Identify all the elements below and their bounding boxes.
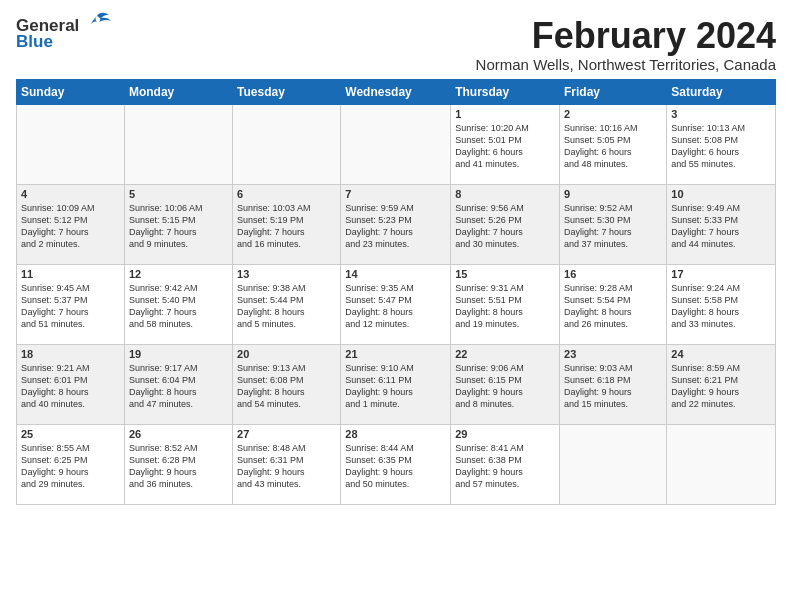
day-number: 24 (671, 348, 771, 360)
calendar-cell (560, 424, 667, 504)
day-number: 20 (237, 348, 336, 360)
calendar-week-row: 4Sunrise: 10:09 AM Sunset: 5:12 PM Dayli… (17, 184, 776, 264)
col-header-wednesday: Wednesday (341, 79, 451, 104)
calendar-cell: 18Sunrise: 9:21 AM Sunset: 6:01 PM Dayli… (17, 344, 125, 424)
day-number: 17 (671, 268, 771, 280)
day-number: 18 (21, 348, 120, 360)
calendar-table: SundayMondayTuesdayWednesdayThursdayFrid… (16, 79, 776, 505)
calendar-cell: 28Sunrise: 8:44 AM Sunset: 6:35 PM Dayli… (341, 424, 451, 504)
calendar-cell: 20Sunrise: 9:13 AM Sunset: 6:08 PM Dayli… (233, 344, 341, 424)
day-number: 28 (345, 428, 446, 440)
day-number: 23 (564, 348, 662, 360)
calendar-cell: 7Sunrise: 9:59 AM Sunset: 5:23 PM Daylig… (341, 184, 451, 264)
col-header-saturday: Saturday (667, 79, 776, 104)
day-number: 12 (129, 268, 228, 280)
calendar-cell: 19Sunrise: 9:17 AM Sunset: 6:04 PM Dayli… (124, 344, 232, 424)
col-header-monday: Monday (124, 79, 232, 104)
day-number: 5 (129, 188, 228, 200)
col-header-thursday: Thursday (451, 79, 560, 104)
calendar-cell: 9Sunrise: 9:52 AM Sunset: 5:30 PM Daylig… (560, 184, 667, 264)
day-number: 16 (564, 268, 662, 280)
calendar-cell (124, 104, 232, 184)
day-number: 15 (455, 268, 555, 280)
cell-info: Sunrise: 9:49 AM Sunset: 5:33 PM Dayligh… (671, 202, 771, 251)
cell-info: Sunrise: 8:52 AM Sunset: 6:28 PM Dayligh… (129, 442, 228, 491)
calendar-week-row: 11Sunrise: 9:45 AM Sunset: 5:37 PM Dayli… (17, 264, 776, 344)
calendar-cell: 24Sunrise: 8:59 AM Sunset: 6:21 PM Dayli… (667, 344, 776, 424)
day-number: 4 (21, 188, 120, 200)
cell-info: Sunrise: 9:24 AM Sunset: 5:58 PM Dayligh… (671, 282, 771, 331)
day-number: 10 (671, 188, 771, 200)
cell-info: Sunrise: 10:16 AM Sunset: 5:05 PM Daylig… (564, 122, 662, 171)
logo-bird-icon (83, 12, 111, 32)
cell-info: Sunrise: 10:06 AM Sunset: 5:15 PM Daylig… (129, 202, 228, 251)
calendar-cell: 26Sunrise: 8:52 AM Sunset: 6:28 PM Dayli… (124, 424, 232, 504)
day-number: 21 (345, 348, 446, 360)
cell-info: Sunrise: 9:45 AM Sunset: 5:37 PM Dayligh… (21, 282, 120, 331)
calendar-cell (341, 104, 451, 184)
day-number: 22 (455, 348, 555, 360)
calendar-cell: 25Sunrise: 8:55 AM Sunset: 6:25 PM Dayli… (17, 424, 125, 504)
col-header-tuesday: Tuesday (233, 79, 341, 104)
calendar-cell: 1Sunrise: 10:20 AM Sunset: 5:01 PM Dayli… (451, 104, 560, 184)
calendar-cell: 27Sunrise: 8:48 AM Sunset: 6:31 PM Dayli… (233, 424, 341, 504)
logo-blue-text: Blue (16, 32, 53, 52)
day-number: 3 (671, 108, 771, 120)
cell-info: Sunrise: 9:56 AM Sunset: 5:26 PM Dayligh… (455, 202, 555, 251)
cell-info: Sunrise: 9:17 AM Sunset: 6:04 PM Dayligh… (129, 362, 228, 411)
day-number: 11 (21, 268, 120, 280)
cell-info: Sunrise: 8:48 AM Sunset: 6:31 PM Dayligh… (237, 442, 336, 491)
calendar-cell: 14Sunrise: 9:35 AM Sunset: 5:47 PM Dayli… (341, 264, 451, 344)
day-number: 2 (564, 108, 662, 120)
page-header: General Blue February 2024 Norman Wells,… (16, 16, 776, 73)
cell-info: Sunrise: 9:35 AM Sunset: 5:47 PM Dayligh… (345, 282, 446, 331)
calendar-cell: 22Sunrise: 9:06 AM Sunset: 6:15 PM Dayli… (451, 344, 560, 424)
calendar-cell: 11Sunrise: 9:45 AM Sunset: 5:37 PM Dayli… (17, 264, 125, 344)
calendar-cell: 3Sunrise: 10:13 AM Sunset: 5:08 PM Dayli… (667, 104, 776, 184)
calendar-cell: 6Sunrise: 10:03 AM Sunset: 5:19 PM Dayli… (233, 184, 341, 264)
calendar-cell: 21Sunrise: 9:10 AM Sunset: 6:11 PM Dayli… (341, 344, 451, 424)
day-number: 27 (237, 428, 336, 440)
day-number: 7 (345, 188, 446, 200)
cell-info: Sunrise: 8:59 AM Sunset: 6:21 PM Dayligh… (671, 362, 771, 411)
cell-info: Sunrise: 9:31 AM Sunset: 5:51 PM Dayligh… (455, 282, 555, 331)
cell-info: Sunrise: 9:13 AM Sunset: 6:08 PM Dayligh… (237, 362, 336, 411)
cell-info: Sunrise: 9:59 AM Sunset: 5:23 PM Dayligh… (345, 202, 446, 251)
day-number: 9 (564, 188, 662, 200)
cell-info: Sunrise: 9:10 AM Sunset: 6:11 PM Dayligh… (345, 362, 446, 411)
calendar-cell: 12Sunrise: 9:42 AM Sunset: 5:40 PM Dayli… (124, 264, 232, 344)
title-block: February 2024 Norman Wells, Northwest Te… (476, 16, 776, 73)
cell-info: Sunrise: 9:42 AM Sunset: 5:40 PM Dayligh… (129, 282, 228, 331)
calendar-cell (17, 104, 125, 184)
calendar-cell: 13Sunrise: 9:38 AM Sunset: 5:44 PM Dayli… (233, 264, 341, 344)
col-header-sunday: Sunday (17, 79, 125, 104)
calendar-cell (233, 104, 341, 184)
cell-info: Sunrise: 8:44 AM Sunset: 6:35 PM Dayligh… (345, 442, 446, 491)
cell-info: Sunrise: 8:55 AM Sunset: 6:25 PM Dayligh… (21, 442, 120, 491)
day-number: 13 (237, 268, 336, 280)
calendar-header-row: SundayMondayTuesdayWednesdayThursdayFrid… (17, 79, 776, 104)
month-title: February 2024 (476, 16, 776, 56)
calendar-week-row: 1Sunrise: 10:20 AM Sunset: 5:01 PM Dayli… (17, 104, 776, 184)
cell-info: Sunrise: 9:03 AM Sunset: 6:18 PM Dayligh… (564, 362, 662, 411)
calendar-cell: 17Sunrise: 9:24 AM Sunset: 5:58 PM Dayli… (667, 264, 776, 344)
calendar-cell: 8Sunrise: 9:56 AM Sunset: 5:26 PM Daylig… (451, 184, 560, 264)
calendar-cell: 4Sunrise: 10:09 AM Sunset: 5:12 PM Dayli… (17, 184, 125, 264)
cell-info: Sunrise: 9:06 AM Sunset: 6:15 PM Dayligh… (455, 362, 555, 411)
cell-info: Sunrise: 9:38 AM Sunset: 5:44 PM Dayligh… (237, 282, 336, 331)
calendar-cell (667, 424, 776, 504)
calendar-cell: 5Sunrise: 10:06 AM Sunset: 5:15 PM Dayli… (124, 184, 232, 264)
cell-info: Sunrise: 9:52 AM Sunset: 5:30 PM Dayligh… (564, 202, 662, 251)
cell-info: Sunrise: 9:28 AM Sunset: 5:54 PM Dayligh… (564, 282, 662, 331)
day-number: 6 (237, 188, 336, 200)
day-number: 29 (455, 428, 555, 440)
day-number: 1 (455, 108, 555, 120)
cell-info: Sunrise: 10:09 AM Sunset: 5:12 PM Daylig… (21, 202, 120, 251)
col-header-friday: Friday (560, 79, 667, 104)
day-number: 8 (455, 188, 555, 200)
calendar-cell: 10Sunrise: 9:49 AM Sunset: 5:33 PM Dayli… (667, 184, 776, 264)
calendar-cell: 16Sunrise: 9:28 AM Sunset: 5:54 PM Dayli… (560, 264, 667, 344)
calendar-week-row: 18Sunrise: 9:21 AM Sunset: 6:01 PM Dayli… (17, 344, 776, 424)
location-subtitle: Norman Wells, Northwest Territories, Can… (476, 56, 776, 73)
calendar-cell: 23Sunrise: 9:03 AM Sunset: 6:18 PM Dayli… (560, 344, 667, 424)
